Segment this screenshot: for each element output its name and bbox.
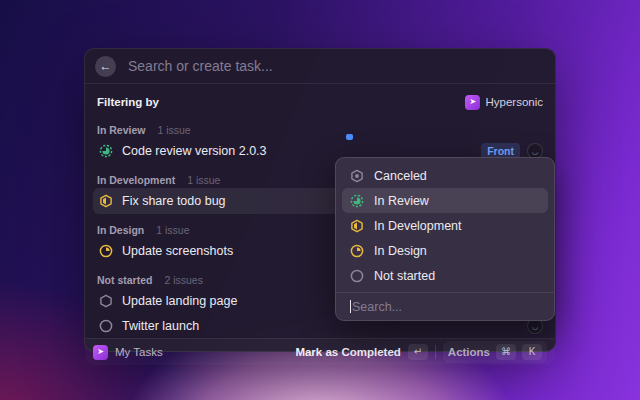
dropdown-item-canceled[interactable]: Canceled — [342, 163, 548, 188]
cmd-key-badge: ⌘ — [496, 344, 516, 360]
backlog-status-icon — [99, 294, 113, 308]
extension-name: Hypersonic — [485, 96, 543, 108]
task-title: Code review version 2.0.3 — [122, 144, 267, 158]
in-review-status-icon — [350, 194, 364, 208]
task-title: Update landing page — [122, 294, 237, 308]
section-count: 1 issue — [187, 174, 220, 186]
extension-badge[interactable]: ➤ Hypersonic — [465, 95, 543, 110]
actions-button[interactable]: Actions ⌘ K — [443, 341, 547, 363]
footer-divider — [435, 345, 436, 359]
section-label: Not started — [97, 274, 152, 286]
not-started-status-icon — [350, 269, 364, 283]
in-development-status-icon — [350, 219, 364, 233]
dropdown-item-label: In Development — [374, 219, 462, 233]
arrow-left-icon: ← — [100, 59, 112, 73]
in-design-status-icon — [99, 244, 113, 258]
in-development-status-icon — [99, 194, 113, 208]
dropdown-item-in-development[interactable]: In Development — [342, 213, 548, 238]
actions-label: Actions — [448, 346, 490, 358]
footer-actions: Mark as Completed ↵ Actions ⌘ K — [295, 341, 547, 363]
task-title: Update screenshots — [122, 244, 233, 258]
dropdown-item-in-review[interactable]: In Review — [342, 188, 548, 213]
primary-action-button[interactable]: Mark as Completed — [295, 346, 400, 358]
section-count: 2 issues — [164, 274, 203, 286]
text-caret — [350, 300, 351, 313]
footer-bar: ➤ My Tasks Mark as Completed ↵ Actions ⌘… — [85, 338, 555, 365]
dropdown-item-label: Canceled — [374, 169, 427, 183]
canceled-status-icon — [350, 169, 364, 183]
filter-bar: Filtering by ➤ Hypersonic — [93, 88, 547, 116]
section-count: 1 issue — [157, 124, 190, 136]
return-key-badge: ↵ — [408, 344, 428, 360]
search-bar: ← — [85, 49, 555, 84]
dropdown-item-not-started[interactable]: Not started — [342, 263, 548, 288]
workspace[interactable]: ➤ My Tasks — [93, 345, 163, 360]
dropdown-item-label: In Review — [374, 194, 429, 208]
hypersonic-icon: ➤ — [465, 95, 480, 110]
dropdown-item-label: Not started — [374, 269, 435, 283]
section-in-review: In Review 1 issue — [93, 116, 547, 138]
my-tasks-icon: ➤ — [93, 345, 108, 360]
dropdown-item-in-design[interactable]: In Design — [342, 238, 548, 263]
desktop: { "window": { "search_bar": { "placehold… — [0, 0, 640, 400]
command-palette-window: ← Filtering by ➤ Hypersonic In Review 1 … — [84, 48, 556, 352]
section-label: In Development — [97, 174, 175, 186]
section-count: 1 issue — [156, 224, 189, 236]
task-title: Fix share todo bug — [122, 194, 226, 208]
in-review-status-icon — [99, 144, 113, 158]
section-label: In Design — [97, 224, 144, 236]
search-input[interactable] — [126, 57, 545, 75]
dropdown-item-label: In Design — [374, 244, 427, 258]
in-design-status-icon — [350, 244, 364, 258]
status-dropdown: Canceled In Review In Development — [335, 157, 555, 321]
dropdown-search-placeholder: Search... — [352, 300, 402, 314]
dropdown-search-input[interactable]: Search... — [336, 292, 554, 320]
filtering-by-label: Filtering by — [97, 96, 159, 108]
workspace-name: My Tasks — [115, 346, 163, 358]
k-key-badge: K — [522, 344, 542, 360]
not-started-status-icon — [99, 319, 113, 333]
task-title: Twitter launch — [122, 319, 199, 333]
section-label: In Review — [97, 124, 145, 136]
back-button[interactable]: ← — [95, 56, 116, 77]
occluded-icon-fragment — [346, 134, 353, 140]
